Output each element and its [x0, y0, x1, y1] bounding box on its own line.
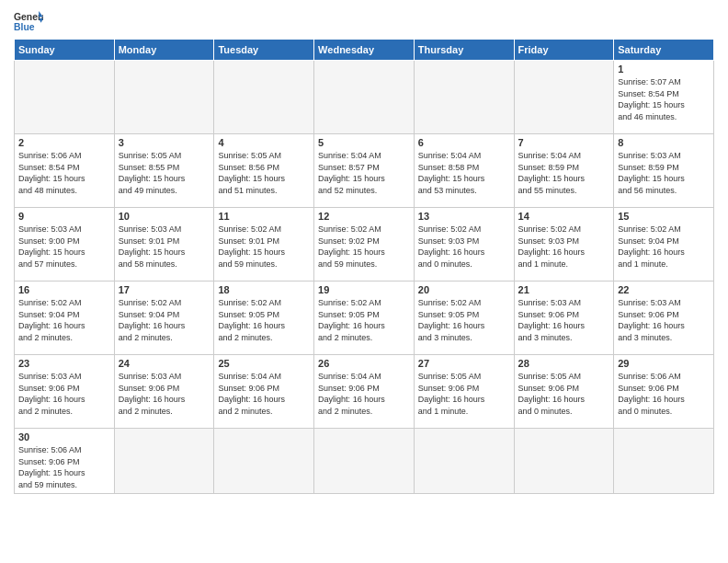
- day-number: 14: [518, 211, 610, 222]
- day-number: 1: [618, 63, 710, 75]
- calendar-cell: [214, 429, 314, 494]
- calendar-table: SundayMondayTuesdayWednesdayThursdayFrid…: [14, 39, 714, 494]
- day-number: 5: [318, 137, 410, 148]
- calendar-cell: 2Sunrise: 5:06 AM Sunset: 8:54 PM Daylig…: [15, 134, 115, 208]
- day-number: 10: [119, 211, 210, 222]
- calendar-cell: [514, 429, 614, 494]
- calendar-cell: 6Sunrise: 5:04 AM Sunset: 8:58 PM Daylig…: [414, 134, 514, 208]
- page-header: General Blue: [14, 9, 714, 35]
- day-number: 12: [318, 211, 410, 222]
- day-number: 2: [18, 137, 110, 148]
- logo: General Blue: [14, 9, 43, 35]
- day-info: Sunrise: 5:03 AM Sunset: 8:59 PM Dayligh…: [618, 150, 710, 196]
- calendar-cell: [114, 429, 214, 494]
- calendar-cell: 9Sunrise: 5:03 AM Sunset: 9:00 PM Daylig…: [15, 208, 115, 282]
- day-info: Sunrise: 5:03 AM Sunset: 9:06 PM Dayligh…: [518, 297, 610, 343]
- calendar-cell: [414, 429, 514, 494]
- day-number: 27: [418, 358, 510, 369]
- day-number: 11: [218, 211, 310, 222]
- day-info: Sunrise: 5:06 AM Sunset: 9:06 PM Dayligh…: [618, 371, 710, 417]
- calendar-cell: 27Sunrise: 5:05 AM Sunset: 9:06 PM Dayli…: [414, 355, 514, 429]
- day-header-tuesday: Tuesday: [214, 40, 314, 61]
- day-header-friday: Friday: [514, 40, 614, 61]
- day-info: Sunrise: 5:06 AM Sunset: 9:06 PM Dayligh…: [18, 444, 110, 490]
- week-row-4: 16Sunrise: 5:02 AM Sunset: 9:04 PM Dayli…: [15, 282, 714, 355]
- calendar-cell: 28Sunrise: 5:05 AM Sunset: 9:06 PM Dayli…: [514, 355, 614, 429]
- week-row-2: 2Sunrise: 5:06 AM Sunset: 8:54 PM Daylig…: [15, 134, 714, 208]
- calendar-cell: 4Sunrise: 5:05 AM Sunset: 8:56 PM Daylig…: [214, 134, 314, 208]
- day-header-thursday: Thursday: [414, 40, 514, 61]
- day-info: Sunrise: 5:05 AM Sunset: 8:55 PM Dayligh…: [119, 150, 210, 196]
- calendar-cell: 19Sunrise: 5:02 AM Sunset: 9:05 PM Dayli…: [314, 282, 415, 355]
- week-row-5: 23Sunrise: 5:03 AM Sunset: 9:06 PM Dayli…: [15, 355, 714, 429]
- calendar-cell: 25Sunrise: 5:04 AM Sunset: 9:06 PM Dayli…: [214, 355, 314, 429]
- day-info: Sunrise: 5:02 AM Sunset: 9:02 PM Dayligh…: [318, 224, 410, 270]
- calendar-cell: 3Sunrise: 5:05 AM Sunset: 8:55 PM Daylig…: [114, 134, 214, 208]
- calendar-cell: [614, 429, 714, 494]
- day-number: 9: [18, 211, 110, 222]
- day-info: Sunrise: 5:03 AM Sunset: 9:06 PM Dayligh…: [18, 371, 110, 417]
- day-info: Sunrise: 5:03 AM Sunset: 9:06 PM Dayligh…: [618, 297, 710, 343]
- day-info: Sunrise: 5:04 AM Sunset: 9:06 PM Dayligh…: [318, 371, 410, 417]
- day-info: Sunrise: 5:02 AM Sunset: 9:05 PM Dayligh…: [418, 297, 510, 343]
- calendar-cell: [314, 61, 415, 134]
- day-number: 29: [618, 358, 710, 369]
- day-number: 30: [18, 431, 110, 442]
- calendar-cell: 20Sunrise: 5:02 AM Sunset: 9:05 PM Dayli…: [414, 282, 514, 355]
- day-info: Sunrise: 5:05 AM Sunset: 9:06 PM Dayligh…: [518, 371, 610, 417]
- day-info: Sunrise: 5:05 AM Sunset: 9:06 PM Dayligh…: [418, 371, 510, 417]
- calendar-cell: [15, 61, 115, 134]
- calendar-cell: [314, 429, 415, 494]
- day-info: Sunrise: 5:03 AM Sunset: 9:00 PM Dayligh…: [18, 224, 110, 270]
- calendar-cell: 13Sunrise: 5:02 AM Sunset: 9:03 PM Dayli…: [414, 208, 514, 282]
- days-header-row: SundayMondayTuesdayWednesdayThursdayFrid…: [15, 40, 714, 61]
- day-number: 18: [218, 284, 310, 295]
- day-info: Sunrise: 5:04 AM Sunset: 9:06 PM Dayligh…: [218, 371, 310, 417]
- day-info: Sunrise: 5:02 AM Sunset: 9:04 PM Dayligh…: [618, 224, 710, 270]
- day-info: Sunrise: 5:04 AM Sunset: 8:59 PM Dayligh…: [518, 150, 610, 196]
- week-row-3: 9Sunrise: 5:03 AM Sunset: 9:00 PM Daylig…: [15, 208, 714, 282]
- calendar-cell: 15Sunrise: 5:02 AM Sunset: 9:04 PM Dayli…: [614, 208, 714, 282]
- calendar-cell: [414, 61, 514, 134]
- day-info: Sunrise: 5:02 AM Sunset: 9:04 PM Dayligh…: [119, 297, 210, 343]
- day-header-saturday: Saturday: [614, 40, 714, 61]
- day-info: Sunrise: 5:05 AM Sunset: 8:56 PM Dayligh…: [218, 150, 310, 196]
- day-number: 20: [418, 284, 510, 295]
- day-number: 3: [119, 137, 210, 148]
- day-info: Sunrise: 5:03 AM Sunset: 9:01 PM Dayligh…: [119, 224, 210, 270]
- calendar-cell: 26Sunrise: 5:04 AM Sunset: 9:06 PM Dayli…: [314, 355, 415, 429]
- day-number: 22: [618, 284, 710, 295]
- day-info: Sunrise: 5:03 AM Sunset: 9:06 PM Dayligh…: [119, 371, 210, 417]
- day-number: 6: [418, 137, 510, 148]
- calendar-cell: 8Sunrise: 5:03 AM Sunset: 8:59 PM Daylig…: [614, 134, 714, 208]
- calendar-cell: 22Sunrise: 5:03 AM Sunset: 9:06 PM Dayli…: [614, 282, 714, 355]
- calendar-cell: 30Sunrise: 5:06 AM Sunset: 9:06 PM Dayli…: [15, 429, 115, 494]
- calendar-cell: 16Sunrise: 5:02 AM Sunset: 9:04 PM Dayli…: [15, 282, 115, 355]
- day-number: 15: [618, 211, 710, 222]
- day-number: 19: [318, 284, 410, 295]
- day-info: Sunrise: 5:02 AM Sunset: 9:05 PM Dayligh…: [318, 297, 410, 343]
- calendar-cell: 7Sunrise: 5:04 AM Sunset: 8:59 PM Daylig…: [514, 134, 614, 208]
- day-number: 13: [418, 211, 510, 222]
- day-number: 24: [119, 358, 210, 369]
- day-info: Sunrise: 5:07 AM Sunset: 8:54 PM Dayligh…: [618, 76, 710, 122]
- day-number: 17: [119, 284, 210, 295]
- day-number: 4: [218, 137, 310, 148]
- logo-icon: General Blue: [14, 9, 43, 35]
- calendar-cell: 5Sunrise: 5:04 AM Sunset: 8:57 PM Daylig…: [314, 134, 415, 208]
- day-info: Sunrise: 5:02 AM Sunset: 9:01 PM Dayligh…: [218, 224, 310, 270]
- week-row-6: 30Sunrise: 5:06 AM Sunset: 9:06 PM Dayli…: [15, 429, 714, 494]
- calendar-cell: 24Sunrise: 5:03 AM Sunset: 9:06 PM Dayli…: [114, 355, 214, 429]
- calendar-cell: 18Sunrise: 5:02 AM Sunset: 9:05 PM Dayli…: [214, 282, 314, 355]
- calendar-cell: [514, 61, 614, 134]
- day-info: Sunrise: 5:04 AM Sunset: 8:57 PM Dayligh…: [318, 150, 410, 196]
- day-number: 7: [518, 137, 610, 148]
- calendar-cell: 17Sunrise: 5:02 AM Sunset: 9:04 PM Dayli…: [114, 282, 214, 355]
- calendar-cell: 14Sunrise: 5:02 AM Sunset: 9:03 PM Dayli…: [514, 208, 614, 282]
- day-info: Sunrise: 5:02 AM Sunset: 9:03 PM Dayligh…: [418, 224, 510, 270]
- day-info: Sunrise: 5:02 AM Sunset: 9:04 PM Dayligh…: [18, 297, 110, 343]
- calendar-cell: 1Sunrise: 5:07 AM Sunset: 8:54 PM Daylig…: [614, 61, 714, 134]
- day-header-monday: Monday: [114, 40, 214, 61]
- calendar-cell: [114, 61, 214, 134]
- calendar-cell: 12Sunrise: 5:02 AM Sunset: 9:02 PM Dayli…: [314, 208, 415, 282]
